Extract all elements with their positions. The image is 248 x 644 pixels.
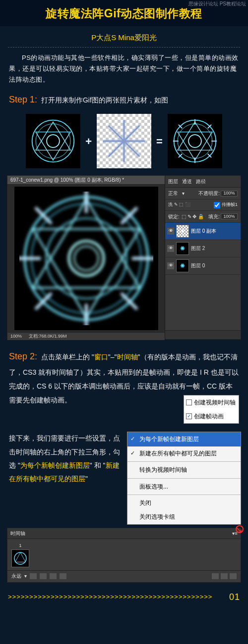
source-images-row: + = <box>0 112 248 175</box>
layer-name: 图层 0 <box>191 261 205 270</box>
opacity-label: 不透明度: <box>198 189 220 198</box>
menu-item-close[interactable]: 关闭 <box>127 496 241 510</box>
layer-thumb-icon: ✺ <box>176 242 189 255</box>
prev-frame-icon[interactable] <box>40 573 47 579</box>
document-titlebar: 697-1_conew1.png @ 100% (图层 0 副本, RGB/8)… <box>7 176 165 185</box>
tab-channels[interactable]: 通道 <box>182 177 192 186</box>
result-image <box>168 114 222 168</box>
menu-item-panel-options[interactable]: 面板选项... <box>127 480 241 494</box>
first-frame-icon[interactable] <box>30 573 37 579</box>
canvas-column: 697-1_conew1.png @ 100% (图层 0 副本, RGB/8)… <box>7 176 165 339</box>
panel-footer <box>165 330 241 339</box>
canvas-area <box>7 185 165 332</box>
svg-point-37 <box>14 552 26 564</box>
svg-point-11 <box>188 135 201 148</box>
layer-item[interactable]: 👁 ✺ 图层 0 <box>165 257 241 275</box>
svg-point-26 <box>74 247 98 271</box>
swords-icon <box>101 118 147 164</box>
step1-label: Step 1: <box>9 95 37 104</box>
magic-circle-icon <box>30 118 76 164</box>
step2-label: Step 2: <box>9 351 37 361</box>
status-bar: 100% 文档:768.0K/1.99M <box>7 332 165 340</box>
timeline-tabs: 时间轴 ▾≡ <box>7 528 241 539</box>
visibility-icon[interactable]: 👁 <box>167 262 174 269</box>
page-footer: >>>>>>>>>>>>>>>>>>>>>>>>>>>>>>>>>>>>>>>>… <box>0 583 248 615</box>
menu-item-close-tab-group[interactable]: 关闭选项卡组 <box>127 510 241 524</box>
timeline-frame-thumb[interactable] <box>11 549 29 567</box>
zoom-level: 100% <box>10 333 22 340</box>
source-image-1 <box>26 114 80 168</box>
combined-magic-icon <box>172 118 218 164</box>
layer-name: 图层 2 <box>191 244 205 252</box>
fill-input[interactable]: 100% <box>221 213 238 219</box>
frame-number: 1 <box>11 542 29 549</box>
step1-text: 打开用来制作Gif图的两张照片素材，如图 <box>41 96 168 104</box>
tab-paths[interactable]: 路径 <box>196 177 206 186</box>
visibility-icon[interactable]: 👁 <box>167 245 174 252</box>
timeline-footer: 永远▾ <box>7 570 241 582</box>
blend-mode-select[interactable]: 正常 <box>168 189 178 198</box>
menu-separator <box>127 495 241 495</box>
lock-label: 锁定: <box>168 212 180 221</box>
canvas <box>14 187 158 330</box>
timeline-context-menu[interactable]: 为每个新帧创建新图层 新建在所有帧中都可见的图层 转换为视频时间轴 面板选项..… <box>127 432 241 524</box>
highlight-circle-icon <box>236 525 244 533</box>
bottom-section: 接下来，我们需要进行一些设置，点击时间轴的右上角的下拉三角形，勾选 "为每个新帧… <box>0 426 248 524</box>
intro-paragraph: PS的动画功能与其他一些软件相比，确实薄弱了一些，但是简单的动画效果，还是可以轻… <box>0 52 248 85</box>
layer-item[interactable]: 👁 ✺ 图层 2 <box>165 240 241 257</box>
photoshop-window: 697-1_conew1.png @ 100% (图层 0 副本, RGB/8)… <box>7 175 241 340</box>
duplicate-frame-icon[interactable] <box>221 573 228 579</box>
canvas-magic-circle-icon <box>19 192 153 325</box>
propagate-row: 洗 ✎ ⬚ ⬛ 传播帧1 <box>165 199 241 210</box>
menu-item-visible-all-frames[interactable]: 新建在所有帧中都可见的图层 <box>127 446 241 460</box>
page-title: 旋转魔法阵Gif动态图制作教程 <box>0 4 248 23</box>
layer-name: 图层 0 副本 <box>191 227 216 235</box>
page-number: 01 <box>229 590 240 605</box>
layer-thumb-icon: ✺ <box>176 259 189 272</box>
panel-tabs: 图层 通道 路径 <box>165 176 241 188</box>
timeline-frames: 1 <box>7 539 241 570</box>
delete-frame-icon[interactable] <box>230 573 237 579</box>
opacity-input[interactable]: 100% <box>221 191 238 197</box>
menu-item-convert-video-timeline[interactable]: 转换为视频时间轴 <box>127 463 241 477</box>
step1-heading: Step 1: 打开用来制作Gif图的两张照片素材，如图 <box>0 92 248 107</box>
doc-size: 文档:768.0K/1.99M <box>29 333 67 340</box>
blend-mode-row: 正常 ▾ 不透明度: 100% <box>165 188 241 199</box>
loop-select[interactable]: 永远 <box>11 572 21 580</box>
chevrons-decoration: >>>>>>>>>>>>>>>>>>>>>>>>>>>>>>>>>>>>>>>>… <box>8 592 227 602</box>
layer-item[interactable]: 👁 ✦ 图层 0 副本 <box>165 223 241 240</box>
checkbox-icon <box>186 399 192 405</box>
lock-row: 锁定: ⬚ ✎ ✥ 🔒 填充: 100% <box>165 211 241 223</box>
tween-icon[interactable] <box>212 573 219 579</box>
svg-point-2 <box>47 135 60 148</box>
svg-marker-4 <box>36 132 70 160</box>
menu-separator <box>127 478 241 479</box>
source-image-2 <box>97 114 151 168</box>
menu-item-new-layer-per-frame[interactable]: 为每个新帧创建新图层 <box>127 432 241 446</box>
svg-marker-3 <box>36 122 70 150</box>
tab-layers[interactable]: 图层 <box>168 177 178 186</box>
svg-marker-13 <box>178 132 212 160</box>
watermark-top-right: 思缘设计论坛 PS教程论坛 <box>188 1 246 6</box>
tab-timeline[interactable]: 时间轴 <box>10 529 25 538</box>
next-frame-icon[interactable] <box>60 573 66 579</box>
checkbox-icon: ✓ <box>186 413 192 419</box>
plus-operator: + <box>84 132 93 150</box>
svg-marker-12 <box>178 122 212 150</box>
step2-paragraph: Step 2: 点击菜单栏上的 "窗口"–"时间轴"（有的版本是动画，我也记不清… <box>0 347 248 407</box>
timeline-panel: ↘ 时间轴 ▾≡ 1 永远▾ <box>7 528 241 583</box>
page-subtitle: P大点S Mina爱阳光 <box>0 31 248 44</box>
menu-separator <box>127 461 241 462</box>
play-icon[interactable] <box>50 573 57 579</box>
equals-operator: = <box>155 132 164 150</box>
layer-list: 👁 ✦ 图层 0 副本 👁 ✺ 图层 2 👁 ✺ 图层 0 <box>165 223 241 331</box>
svg-point-0 <box>32 120 74 162</box>
create-timeline-dropdown[interactable]: 创建视频时间轴 ✓创建帧动画 <box>184 395 239 424</box>
layers-panel: 图层 通道 路径 正常 ▾ 不透明度: 100% 洗 ✎ ⬚ ⬛ 传播帧1 锁定… <box>165 176 241 339</box>
fill-label: 填充: <box>208 212 220 221</box>
visibility-icon[interactable]: 👁 <box>167 228 174 235</box>
svg-point-24 <box>46 218 126 298</box>
divider <box>8 47 240 48</box>
layer-thumb-icon: ✦ <box>176 225 189 238</box>
bottom-text: 接下来，我们需要进行一些设置，点击时间轴的右上角的下拉三角形，勾选 "为每个新帧… <box>9 432 123 524</box>
